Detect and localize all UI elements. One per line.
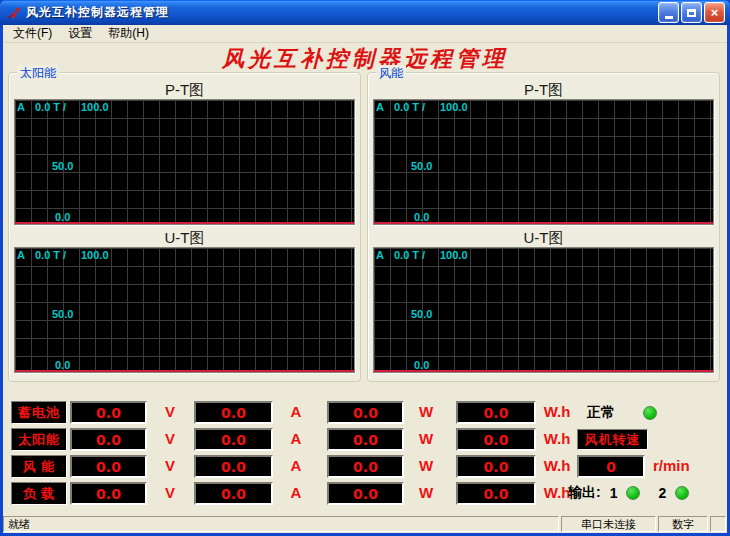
menu-bar: 文件(F) 设置 帮助(H): [3, 25, 727, 43]
chart-zero-line: [374, 370, 713, 372]
wind-power-display: 0.0: [327, 455, 404, 478]
output-2-label: 2: [658, 485, 666, 501]
groupbox-solar: 太阳能 P-T图 A 0.0 T / 100.0 50.0 0.0 U-T图 A…: [8, 72, 361, 382]
load-power-display: 0.0: [327, 482, 404, 505]
output-1-led: [626, 486, 640, 500]
unit-watt: W: [409, 430, 443, 447]
groupbox-wind: 风能 P-T图 A 0.0 T / 100.0 50.0 0.0 U-T图 A …: [367, 72, 720, 382]
unit-watthour: W.h: [537, 430, 577, 447]
window-title: 风光互补控制器远程管理: [26, 4, 658, 21]
solar-voltage-display: 0.0: [70, 428, 147, 451]
normal-status-label: 正常: [587, 404, 615, 422]
battery-voltage-display: 0.0: [70, 401, 147, 424]
battery-energy-display: 0.0: [456, 401, 536, 424]
unit-volt: V: [153, 457, 187, 474]
chart-ymax-label: 100.0: [440, 101, 468, 113]
solar-energy-display: 0.0: [456, 428, 536, 451]
wind-energy-display: 0.0: [456, 455, 536, 478]
status-resize-grip: [710, 516, 726, 532]
solar-pt-chart-title: P-T图: [9, 81, 360, 100]
close-button[interactable]: ×: [704, 2, 725, 23]
chart-tscale-label: 0.0 T /: [35, 249, 66, 261]
wind-current-display: 0.0: [194, 455, 273, 478]
output-1-label: 1: [610, 485, 618, 501]
wind-ut-chart-title: U-T图: [368, 229, 719, 248]
unit-amp: A: [279, 457, 313, 474]
unit-watt: W: [409, 403, 443, 420]
solar-ut-chart-title: U-T图: [9, 229, 360, 248]
chart-tscale-label: 0.0 T /: [394, 101, 425, 113]
load-current-display: 0.0: [194, 482, 273, 505]
chart-ymid-label: 50.0: [411, 308, 432, 320]
normal-status-led: [643, 406, 657, 420]
chart-ymid-label: 50.0: [411, 160, 432, 172]
menu-settings[interactable]: 设置: [60, 24, 100, 43]
fan-speed-label-box: 风机转速: [577, 429, 648, 450]
battery-power-display: 0.0: [327, 401, 404, 424]
unit-watt: W: [409, 457, 443, 474]
unit-watthour: W.h: [537, 457, 577, 474]
wind-pt-chart-plot: A 0.0 T / 100.0 50.0 0.0: [373, 99, 714, 225]
output-label: 输出:: [568, 484, 601, 502]
load-energy-display: 0.0: [456, 482, 536, 505]
status-serial-connection: 串口未连接: [561, 516, 656, 532]
row-label-load: 负 载: [11, 482, 67, 505]
minimize-button[interactable]: [658, 2, 679, 23]
title-bar[interactable]: 风光互补控制器远程管理 ×: [0, 0, 730, 25]
output-row: 输出: 1 2: [568, 484, 689, 502]
solar-pt-chart-plot: A 0.0 T / 100.0 50.0 0.0: [14, 99, 355, 225]
chart-ymax-label: 100.0: [440, 249, 468, 261]
row-label-battery: 蓄电池: [11, 401, 67, 424]
load-voltage-display: 0.0: [70, 482, 147, 505]
menu-file[interactable]: 文件(F): [5, 24, 60, 43]
unit-amp: A: [279, 430, 313, 447]
wind-voltage-display: 0.0: [70, 455, 147, 478]
unit-amp: A: [279, 403, 313, 420]
unit-volt: V: [153, 403, 187, 420]
client-area: 风光互补控制器远程管理 太阳能 P-T图 A 0.0 T / 100.0 50.…: [3, 43, 727, 515]
close-icon: ×: [711, 6, 719, 19]
unit-watt: W: [409, 484, 443, 501]
chart-zero-line: [15, 370, 354, 372]
chart-zero-line: [15, 222, 354, 224]
unit-volt: V: [153, 484, 187, 501]
app-icon: [5, 5, 22, 21]
maximize-button[interactable]: [681, 2, 702, 23]
row-label-wind: 风 能: [11, 455, 67, 478]
chart-zero-line: [374, 222, 713, 224]
output-2-led: [675, 486, 689, 500]
status-bar: 就绪 串口未连接 数字: [3, 515, 727, 533]
chart-tscale-label: 0.0 T /: [394, 249, 425, 261]
solar-power-display: 0.0: [327, 428, 404, 451]
fan-speed-display: 0: [577, 455, 645, 478]
groupbox-wind-caption: 风能: [376, 65, 406, 82]
unit-volt: V: [153, 430, 187, 447]
chart-ymid-label: 50.0: [52, 160, 73, 172]
status-ready: 就绪: [3, 516, 559, 532]
chart-ymax-label: 100.0: [81, 101, 109, 113]
system-normal-row: 正常: [587, 404, 657, 422]
fan-speed-unit: r/min: [653, 457, 690, 474]
battery-current-display: 0.0: [194, 401, 273, 424]
chart-ymax-label: 100.0: [81, 249, 109, 261]
chart-tscale-label: 0.0 T /: [35, 101, 66, 113]
unit-amp: A: [279, 484, 313, 501]
app-window: 风光互补控制器远程管理 × 文件(F) 设置 帮助(H) 风光互补控制器远程管理…: [0, 0, 730, 536]
wind-pt-chart-title: P-T图: [368, 81, 719, 100]
unit-watthour: W.h: [537, 403, 577, 420]
maximize-icon: [687, 9, 696, 17]
solar-ut-chart-plot: A 0.0 T / 100.0 50.0 0.0: [14, 247, 355, 373]
chart-marker-label: A: [376, 249, 384, 261]
groupbox-solar-caption: 太阳能: [17, 65, 59, 82]
row-label-solar: 太阳能: [11, 428, 67, 451]
wind-ut-chart-plot: A 0.0 T / 100.0 50.0 0.0: [373, 247, 714, 373]
status-num-mode: 数字: [658, 516, 708, 532]
chart-marker-label: A: [17, 249, 25, 261]
solar-current-display: 0.0: [194, 428, 273, 451]
page-title: 风光互补控制器远程管理: [3, 44, 727, 74]
minimize-icon: [665, 16, 673, 19]
menu-help[interactable]: 帮助(H): [100, 24, 157, 43]
chart-marker-label: A: [376, 101, 384, 113]
chart-marker-label: A: [17, 101, 25, 113]
chart-ymid-label: 50.0: [52, 308, 73, 320]
